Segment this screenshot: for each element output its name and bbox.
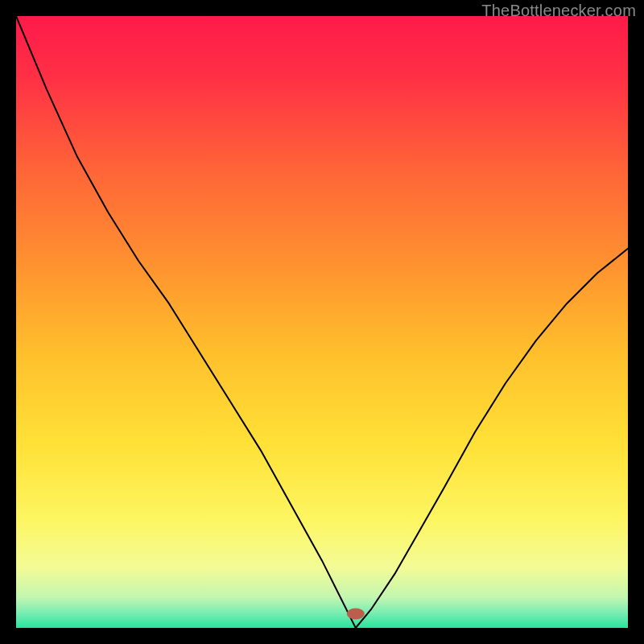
- bottleneck-chart: [0, 0, 644, 644]
- attribution-text: TheBottlenecker.com: [481, 2, 636, 20]
- optimal-point-marker: [347, 609, 365, 620]
- gradient-panel: [16, 16, 628, 628]
- chart-stage: TheBottlenecker.com: [0, 0, 644, 644]
